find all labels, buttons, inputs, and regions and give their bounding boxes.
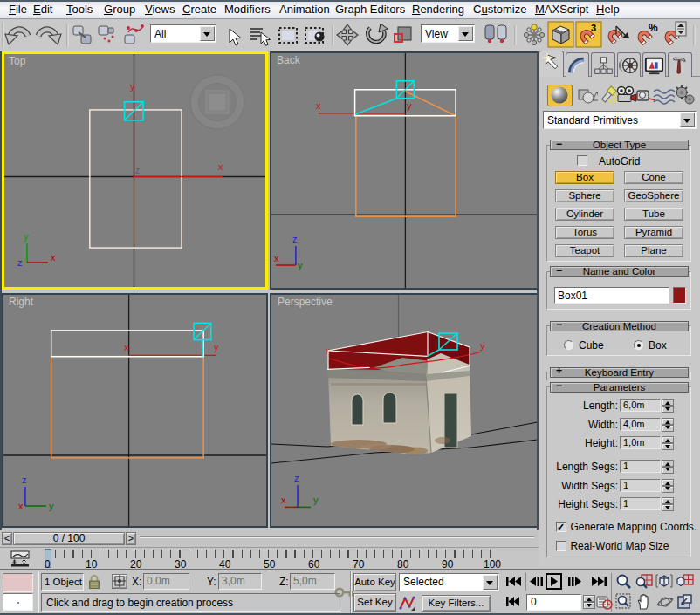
svg-text:3: 3	[591, 23, 596, 33]
svg-text:y: y	[130, 81, 135, 92]
svg-text:z: z	[292, 234, 298, 244]
svg-text:y: y	[480, 340, 485, 351]
svg-text:x: x	[124, 342, 129, 352]
svg-text:y: y	[313, 495, 319, 505]
svg-text:y: y	[214, 342, 219, 352]
svg-text:z: z	[17, 257, 23, 268]
svg-text:y: y	[49, 501, 54, 511]
svg-text:x: x	[18, 501, 24, 511]
svg-text:x: x	[274, 253, 279, 263]
svg-text:z: z	[22, 475, 27, 485]
svg-text:y: y	[24, 231, 29, 242]
svg-text:x: x	[218, 161, 223, 172]
svg-text:z: z	[294, 473, 299, 483]
svg-text:x: x	[51, 252, 56, 263]
svg-text:x: x	[316, 100, 321, 111]
svg-text:y: y	[407, 100, 412, 111]
svg-text:x: x	[281, 495, 286, 505]
svg-text:z: z	[135, 166, 140, 175]
svg-text:y: y	[298, 260, 303, 270]
svg-text:%: %	[649, 22, 658, 34]
